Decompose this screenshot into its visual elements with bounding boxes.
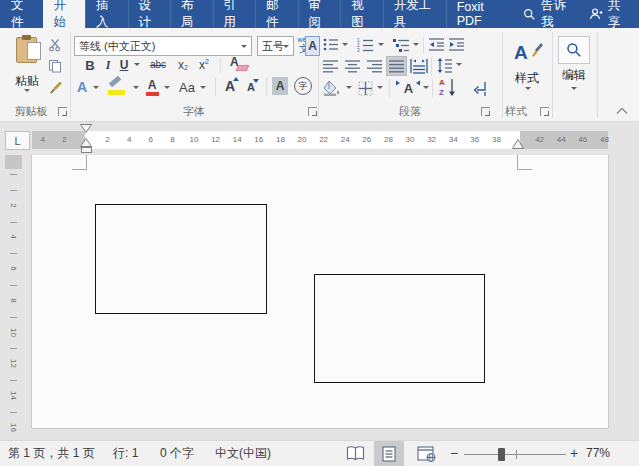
- align-left-button[interactable]: [322, 59, 339, 73]
- shading-button[interactable]: [322, 79, 342, 97]
- paste-button[interactable]: 粘贴: [6, 33, 48, 95]
- sort-button[interactable]: A Z: [439, 78, 456, 97]
- underline-dropdown-arrow[interactable]: [134, 63, 140, 66]
- font-size-arrow[interactable]: [283, 45, 289, 48]
- line-spacing-button[interactable]: [436, 57, 454, 74]
- language-indicator[interactable]: 中文(中国): [215, 441, 271, 466]
- cut-button[interactable]: [46, 37, 63, 53]
- zoom-slider-track[interactable]: [464, 454, 566, 455]
- line-spacing-arrow[interactable]: [456, 63, 462, 66]
- underline-button[interactable]: U: [117, 57, 131, 73]
- rectangle-shape-1[interactable]: [95, 204, 267, 314]
- distributed-button[interactable]: [409, 57, 428, 75]
- hanging-indent-marker[interactable]: [80, 138, 92, 147]
- change-case-arrow[interactable]: [200, 86, 206, 89]
- align-center-button[interactable]: [344, 59, 361, 73]
- tab-developer[interactable]: 开发工具: [383, 0, 446, 28]
- editing-dropdown-arrow[interactable]: [571, 87, 577, 90]
- line-indicator[interactable]: 行: 1: [113, 441, 138, 466]
- tab-references[interactable]: 引用: [213, 0, 256, 28]
- font-dialog-launcher[interactable]: [308, 107, 317, 116]
- font-name-arrow[interactable]: [241, 45, 247, 48]
- borders-arrow[interactable]: [377, 86, 383, 89]
- tab-home[interactable]: 开始: [43, 0, 86, 28]
- shrink-arrow-icon: [253, 79, 259, 83]
- subscript-2: 2: [184, 64, 188, 71]
- tab-insert[interactable]: 插入: [85, 0, 128, 28]
- multilevel-list-arrow[interactable]: [413, 43, 419, 46]
- zoom-level[interactable]: 77%: [586, 441, 610, 466]
- paste-clipboard-icon: [16, 37, 37, 63]
- styles-button[interactable]: A 样式: [504, 33, 550, 95]
- asian-layout-button[interactable]: A: [396, 79, 421, 97]
- numbering-icon: 123: [357, 38, 374, 52]
- tab-design[interactable]: 设计: [128, 0, 171, 28]
- tab-view[interactable]: 视图: [340, 0, 383, 28]
- subscript-button[interactable]: x2: [175, 57, 191, 72]
- editing-button[interactable]: 编辑: [556, 68, 592, 83]
- bullets-arrow[interactable]: [342, 43, 348, 46]
- h-ruler-number: 36: [470, 131, 479, 149]
- bold-button[interactable]: B: [82, 57, 98, 73]
- asian-layout-arrow[interactable]: [423, 86, 429, 89]
- word-count[interactable]: 0 个字: [160, 441, 194, 466]
- font-size-combo[interactable]: 五号: [257, 36, 294, 56]
- borders-button[interactable]: [357, 80, 374, 97]
- strikethrough-button[interactable]: abc: [146, 58, 170, 72]
- paragraph-dialog-launcher[interactable]: [481, 107, 490, 116]
- clear-formatting-button[interactable]: A: [228, 55, 248, 73]
- enclose-characters-button[interactable]: 字: [294, 77, 312, 95]
- highlight-color-button[interactable]: [106, 78, 130, 96]
- font-name-combo[interactable]: 等线 (中文正文): [74, 36, 252, 56]
- first-line-indent-marker[interactable]: [80, 124, 92, 133]
- italic-button[interactable]: I: [102, 57, 114, 73]
- grow-font-button[interactable]: A: [221, 77, 239, 95]
- bullets-button[interactable]: [322, 37, 339, 52]
- editing-find-button[interactable]: [558, 36, 590, 64]
- web-layout-button[interactable]: [417, 446, 436, 466]
- zoom-out-button[interactable]: −: [450, 441, 458, 466]
- tab-review[interactable]: 审阅: [298, 0, 341, 28]
- highlight-color-arrow[interactable]: [133, 86, 139, 89]
- rectangle-shape-2[interactable]: [314, 274, 485, 383]
- tab-file[interactable]: 文件: [0, 0, 43, 28]
- character-border-button[interactable]: A: [305, 36, 320, 56]
- numbering-arrow[interactable]: [378, 43, 384, 46]
- text-effects-button[interactable]: A: [74, 78, 90, 96]
- tab-foxit-pdf[interactable]: Foxit PDF: [446, 0, 514, 28]
- align-right-button[interactable]: [366, 59, 383, 73]
- h-ruler-number: 30: [406, 131, 415, 149]
- show-hide-marks-button[interactable]: [471, 80, 489, 97]
- text-effects-arrow[interactable]: [93, 86, 99, 89]
- format-painter-button[interactable]: [46, 79, 63, 95]
- page-indicator[interactable]: 第 1 页，共 1 页: [8, 441, 95, 466]
- zoom-slider-thumb[interactable]: [498, 448, 505, 461]
- read-mode-button[interactable]: [346, 446, 365, 466]
- tell-me-box[interactable]: 告诉我: [513, 0, 579, 28]
- zoom-in-button[interactable]: +: [570, 441, 578, 466]
- left-indent-marker[interactable]: [81, 147, 92, 153]
- styles-dialog-launcher[interactable]: [540, 107, 549, 116]
- right-indent-marker[interactable]: [512, 139, 524, 149]
- clipboard-dialog-launcher[interactable]: [58, 107, 67, 116]
- decrease-indent-button[interactable]: [428, 37, 445, 52]
- tab-layout[interactable]: 布局: [170, 0, 213, 28]
- increase-indent-button[interactable]: [448, 37, 465, 52]
- mini-separator: [215, 78, 216, 96]
- justify-button-selected[interactable]: [386, 56, 407, 76]
- change-case-button[interactable]: Aa: [176, 79, 198, 95]
- shading-arrow[interactable]: [346, 86, 352, 89]
- superscript-button[interactable]: x2: [196, 57, 212, 72]
- share-button[interactable]: 共享: [579, 0, 639, 28]
- tab-mailings[interactable]: 邮件: [255, 0, 298, 28]
- shrink-font-button[interactable]: A: [243, 79, 259, 95]
- multilevel-list-button[interactable]: [392, 37, 411, 52]
- copy-button[interactable]: [46, 58, 63, 74]
- font-color-arrow[interactable]: [164, 86, 170, 89]
- collapse-ribbon-button[interactable]: [616, 107, 628, 115]
- mini-separator: [220, 57, 221, 73]
- font-color-button[interactable]: A: [144, 78, 160, 96]
- numbering-button[interactable]: 123: [356, 37, 374, 52]
- character-shading-button[interactable]: A: [272, 77, 288, 95]
- print-layout-button-selected[interactable]: [374, 441, 404, 466]
